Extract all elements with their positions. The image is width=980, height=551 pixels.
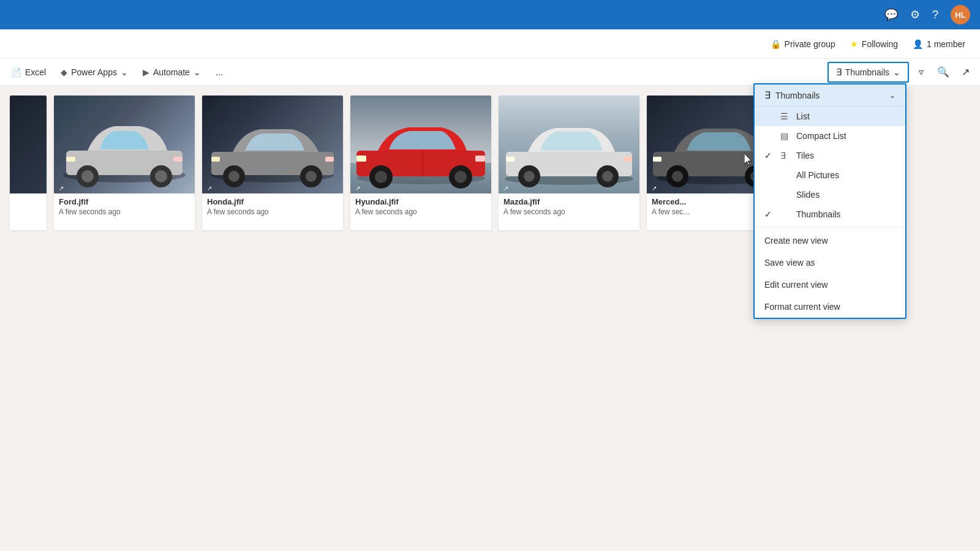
members-indicator[interactable]: 👤 1 member bbox=[913, 39, 965, 49]
automate-chevron-icon: ⌄ bbox=[194, 67, 201, 77]
thumbnails-option-label: Thumbnails bbox=[796, 209, 895, 219]
divider bbox=[755, 227, 905, 227]
tile-time: A few seconds ago bbox=[503, 208, 635, 216]
check-icon: ✓ bbox=[764, 209, 774, 219]
tile-filename: Honda.jfif bbox=[207, 197, 338, 206]
svg-point-11 bbox=[228, 171, 239, 182]
list-item[interactable]: ↗ Hyundai.jfif A few seconds ago bbox=[350, 96, 491, 230]
svg-point-30 bbox=[602, 171, 613, 182]
svg-point-21 bbox=[454, 171, 467, 183]
svg-point-19 bbox=[375, 171, 387, 183]
automate-icon: ▶ bbox=[143, 67, 149, 77]
compact-list-icon: ▤ bbox=[780, 131, 790, 141]
list-item[interactable] bbox=[10, 96, 47, 230]
tile-info: Honda.jfif A few seconds ago bbox=[202, 193, 343, 220]
expand-icon: ↗ bbox=[962, 66, 970, 78]
filter-button[interactable]: ▿ bbox=[911, 62, 931, 82]
svg-rect-31 bbox=[506, 157, 514, 162]
settings-icon[interactable]: ⚙ bbox=[910, 8, 920, 21]
svg-rect-23 bbox=[475, 156, 485, 162]
star-icon: ★ bbox=[850, 39, 858, 49]
search-icon: 🔍 bbox=[937, 66, 949, 78]
save-view-as-item[interactable]: Save view as bbox=[755, 252, 905, 274]
automate-button[interactable]: ▶ Automate ⌄ bbox=[137, 64, 207, 81]
more-button[interactable]: ... bbox=[209, 64, 229, 81]
view-option-all-pictures[interactable]: All Pictures bbox=[755, 165, 905, 185]
avatar[interactable]: HL bbox=[951, 5, 970, 24]
tiles-icon: ∃ bbox=[780, 151, 790, 160]
powerapps-button[interactable]: ◆ Power Apps ⌄ bbox=[55, 64, 134, 81]
dropdown-chevron-icon: ⌄ bbox=[889, 91, 895, 100]
tiles-label: Tiles bbox=[796, 151, 895, 160]
top-bar-icons: 💬 ⚙ ? HL bbox=[884, 5, 970, 24]
svg-point-3 bbox=[81, 170, 94, 182]
members-label: 1 member bbox=[927, 39, 965, 49]
help-icon[interactable]: ? bbox=[932, 9, 938, 21]
powerapps-label: Power Apps bbox=[71, 67, 117, 77]
tile-time: A few seconds ago bbox=[207, 208, 338, 216]
tile-filename: Mazda.jfif bbox=[503, 197, 635, 206]
svg-rect-6 bbox=[66, 157, 75, 162]
format-current-view-item[interactable]: Format current view bbox=[755, 296, 905, 318]
grid-icon: ∃ bbox=[836, 67, 842, 78]
view-option-thumbnails[interactable]: ✓ Thumbnails bbox=[755, 204, 905, 224]
thumbnails-chevron-icon: ⌄ bbox=[893, 67, 900, 77]
dropdown-header-label: Thumbnails bbox=[775, 91, 889, 100]
svg-rect-39 bbox=[653, 157, 662, 162]
dropdown-header[interactable]: ∃ Thumbnails ⌄ bbox=[755, 84, 905, 107]
tile-info: Mazda.jfif A few seconds ago bbox=[499, 193, 639, 220]
svg-rect-15 bbox=[325, 157, 334, 162]
list-item[interactable]: ↗ Honda.jfif A few seconds ago bbox=[202, 96, 343, 230]
chat-icon[interactable]: 💬 bbox=[884, 8, 898, 21]
view-option-tiles[interactable]: ✓ ∃ Tiles bbox=[755, 146, 905, 165]
list-item[interactable]: ↗ Mazda.jfif A few seconds ago bbox=[499, 96, 639, 230]
powerapps-icon: ◆ bbox=[61, 67, 67, 77]
powerapps-chevron-icon: ⌄ bbox=[121, 67, 128, 77]
svg-point-13 bbox=[306, 171, 317, 182]
group-bar: 🔒 Private group ★ Following 👤 1 member bbox=[0, 29, 980, 59]
lock-icon: 🔒 bbox=[771, 39, 781, 49]
excel-button[interactable]: 📄 Excel bbox=[5, 64, 52, 81]
more-label: ... bbox=[216, 67, 223, 77]
expand-button[interactable]: ↗ bbox=[956, 62, 975, 82]
person-icon: 👤 bbox=[913, 39, 923, 49]
filter-icon: ▿ bbox=[919, 66, 924, 78]
file-icon: ↗ bbox=[652, 185, 662, 195]
check-icon: ✓ bbox=[764, 151, 774, 160]
tile-info: Hyundai.jfif A few seconds ago bbox=[350, 193, 491, 220]
following-label: Following bbox=[862, 39, 898, 49]
tile-time: A few seconds ago bbox=[355, 208, 486, 216]
view-dropdown-panel: ∃ Thumbnails ⌄ ☰ List ▤ Compact List ✓ ∃… bbox=[753, 83, 907, 319]
following-indicator[interactable]: ★ Following bbox=[850, 39, 898, 49]
svg-point-28 bbox=[524, 171, 535, 182]
svg-rect-32 bbox=[624, 157, 632, 162]
file-icon: ↗ bbox=[59, 185, 69, 195]
svg-rect-22 bbox=[356, 156, 366, 162]
svg-rect-14 bbox=[211, 157, 220, 162]
tile-time: A few seconds ago bbox=[59, 208, 190, 216]
list-view-icon: ☰ bbox=[780, 111, 790, 121]
view-option-slides[interactable]: Slides bbox=[755, 185, 905, 204]
list-item[interactable]: ↗ Ford.jfif A few seconds ago bbox=[54, 96, 195, 230]
view-option-list[interactable]: ☰ List bbox=[755, 107, 905, 126]
excel-label: Excel bbox=[25, 67, 46, 77]
private-group-indicator: 🔒 Private group bbox=[771, 39, 835, 49]
file-icon: ↗ bbox=[503, 185, 513, 195]
list-label: List bbox=[796, 111, 895, 121]
save-view-as-label: Save view as bbox=[764, 258, 815, 268]
compact-list-label: Compact List bbox=[796, 131, 895, 141]
thumbnails-view-button[interactable]: ∃ Thumbnails ⌄ bbox=[827, 62, 909, 83]
search-button[interactable]: 🔍 bbox=[933, 62, 953, 82]
edit-current-view-label: Edit current view bbox=[764, 280, 827, 290]
tile-filename: Ford.jfif bbox=[59, 197, 190, 206]
tile-filename: Hyundai.jfif bbox=[355, 197, 486, 206]
slides-label: Slides bbox=[796, 190, 895, 200]
format-current-view-label: Format current view bbox=[764, 302, 840, 312]
view-option-compact-list[interactable]: ▤ Compact List bbox=[755, 126, 905, 146]
automate-label: Automate bbox=[153, 67, 190, 77]
tile-info: Ford.jfif A few seconds ago bbox=[54, 193, 195, 220]
thumbnails-label: Thumbnails bbox=[845, 67, 889, 77]
create-new-view-item[interactable]: Create new view bbox=[755, 230, 905, 252]
file-icon: ↗ bbox=[207, 185, 217, 195]
edit-current-view-item[interactable]: Edit current view bbox=[755, 274, 905, 296]
